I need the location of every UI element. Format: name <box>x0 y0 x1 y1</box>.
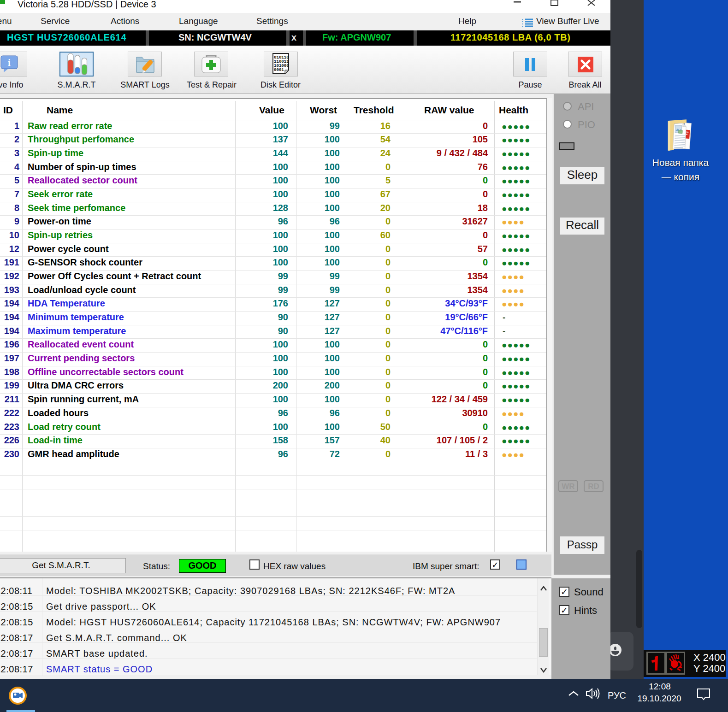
svg-text:0001: 0001 <box>274 67 284 72</box>
svg-text:i: i <box>8 58 11 68</box>
